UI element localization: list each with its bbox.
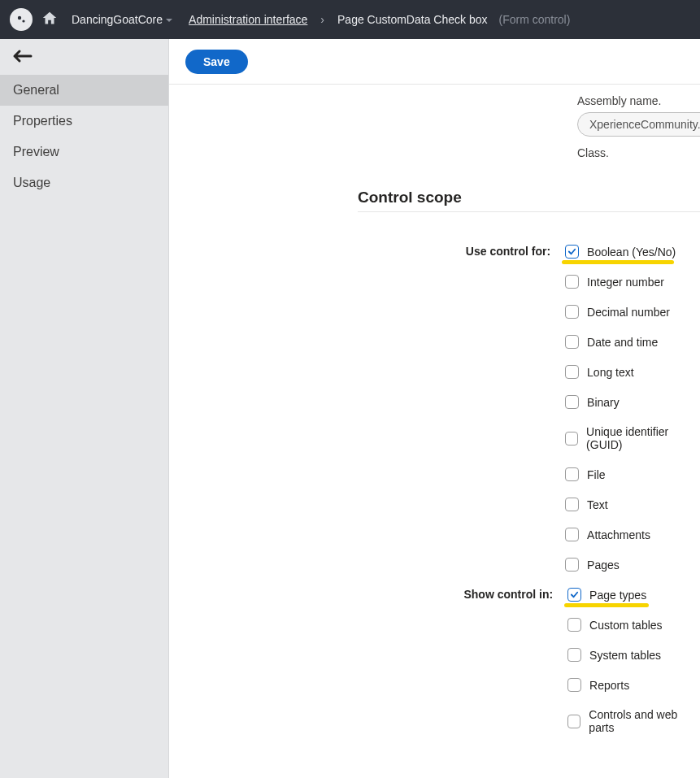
assembly-name-value: XperienceCommunity.PageCustomDataCon... [589, 118, 700, 131]
checkbox-label: Text [587, 498, 608, 511]
use-control-for-label: Use control for: [358, 237, 565, 580]
show-control-in-option: Page types [567, 580, 700, 610]
highlight-annotation [562, 260, 674, 264]
checkbox-label: Custom tables [589, 619, 662, 632]
save-button[interactable]: Save [185, 50, 248, 74]
checkbox-label: System tables [589, 649, 661, 662]
checkbox-label: Long text [587, 366, 634, 379]
section-control-scope: Control scope [358, 189, 700, 206]
show-control-in-option: System tables [567, 640, 700, 670]
checkbox[interactable] [565, 467, 579, 481]
site-name: DancingGoatCore [72, 13, 163, 26]
breadcrumb-page: Page CustomData Check box [337, 13, 487, 26]
checkbox-label: Attachments [587, 528, 650, 541]
use-control-for-option: File [565, 459, 700, 489]
checkbox[interactable] [565, 245, 579, 259]
checkbox[interactable] [565, 275, 579, 289]
checkbox-label: File [587, 468, 606, 481]
checkbox[interactable] [565, 305, 579, 319]
class-label: Class. [577, 146, 700, 159]
checkbox-label: Decimal number [587, 306, 670, 319]
checkbox[interactable] [565, 432, 578, 446]
show-control-in-option: Controls and web parts [567, 700, 700, 742]
checkbox[interactable] [565, 528, 579, 541]
topbar: DancingGoatCore Administration interface… [0, 0, 700, 39]
use-control-for-option: Decimal number [565, 297, 700, 327]
app-logo[interactable] [10, 8, 33, 31]
use-control-for-option: Binary [565, 387, 700, 417]
checkbox-label: Integer number [587, 276, 664, 289]
use-control-for-option: Unique identifier (GUID) [565, 417, 700, 459]
checkbox[interactable] [565, 395, 579, 409]
content-area: Assembly name. XperienceCommunity.PageCu… [169, 85, 700, 778]
use-control-for-option: Attachments [565, 519, 700, 550]
assembly-name-label: Assembly name. [577, 94, 700, 107]
back-button[interactable] [0, 39, 168, 75]
use-control-for-option: Text [565, 489, 700, 519]
toolbar: Save [169, 39, 700, 85]
breadcrumb-suffix: (Form control) [498, 13, 570, 26]
checkbox-label: Reports [589, 679, 629, 692]
use-control-for-option: Pages [565, 550, 700, 580]
sidebar-item-usage[interactable]: Usage [0, 167, 168, 198]
checkbox[interactable] [567, 648, 581, 662]
home-icon[interactable] [41, 10, 59, 30]
checkbox[interactable] [567, 618, 581, 632]
svg-point-1 [22, 20, 24, 22]
checkbox-label: Date and time [587, 336, 658, 349]
highlight-annotation [564, 603, 649, 607]
checkbox-label: Unique identifier (GUID) [586, 425, 700, 451]
back-arrow-icon [11, 49, 33, 66]
checkbox[interactable] [567, 678, 581, 692]
show-control-in-option: Reports [567, 670, 700, 700]
use-control-for-option: Integer number [565, 267, 700, 297]
svg-point-0 [18, 16, 21, 20]
checkbox-label: Pages [587, 559, 620, 572]
checkbox[interactable] [567, 715, 580, 728]
caret-icon [166, 13, 172, 26]
checkbox-label: Controls and web parts [589, 708, 700, 734]
breadcrumb-admin[interactable]: Administration interface [189, 13, 307, 26]
show-control-in-label: Show control in: [358, 580, 567, 742]
sidebar-item-properties[interactable]: Properties [0, 106, 168, 137]
checkbox[interactable] [565, 335, 579, 349]
checkbox-label: Page types [589, 589, 646, 602]
checkbox[interactable] [565, 558, 579, 572]
show-control-in-option: Custom tables [567, 610, 700, 640]
assembly-name-input[interactable]: XperienceCommunity.PageCustomDataCon... … [577, 112, 700, 137]
checkbox[interactable] [565, 498, 579, 511]
sidebar-item-general[interactable]: General [0, 75, 168, 106]
checkbox-label: Binary [587, 396, 620, 409]
use-control-for-option: Long text [565, 357, 700, 387]
use-control-for-option: Date and time [565, 327, 700, 357]
checkbox-label: Boolean (Yes/No) [587, 246, 676, 259]
checkbox[interactable] [565, 365, 579, 379]
sidebar-item-preview[interactable]: Preview [0, 137, 168, 167]
site-selector[interactable]: DancingGoatCore [72, 13, 172, 26]
sidebar: GeneralPropertiesPreviewUsage [0, 39, 169, 778]
use-control-for-option: Boolean (Yes/No) [565, 237, 700, 267]
chevron-right-icon: › [320, 13, 324, 26]
checkbox[interactable] [567, 588, 581, 602]
